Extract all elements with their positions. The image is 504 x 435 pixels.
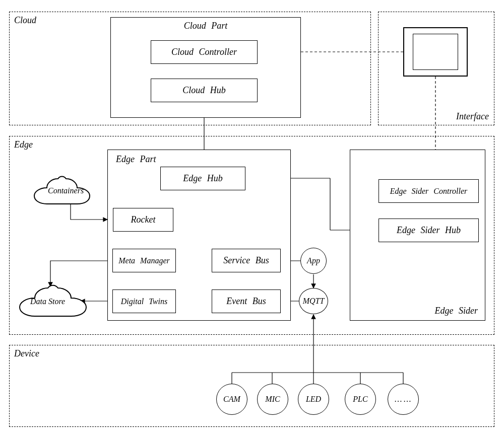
- edge-sider-hub-text: Edge Sider Hub: [397, 225, 461, 236]
- edge-sider-controller-box: Edge Sider Controller: [379, 179, 479, 203]
- edge-hub-text: Edge Hub: [183, 173, 222, 184]
- containers-cloud-label: Containers: [48, 186, 84, 195]
- device-plc-text: PLC: [353, 395, 367, 404]
- cloud-hub-box: Cloud Hub: [151, 79, 258, 102]
- device-led-circle: LED: [298, 384, 329, 415]
- rocket-text: Rocket: [131, 214, 156, 225]
- cloud-part-container: Cloud Part: [110, 17, 301, 118]
- digital-twins-text: Digital Twins: [121, 297, 167, 306]
- meta-manager-box: Meta Manager: [112, 249, 176, 272]
- cloud-part-title: Cloud Part: [111, 21, 300, 31]
- device-led-text: LED: [306, 395, 321, 404]
- device-layer: Device: [9, 345, 494, 427]
- datastore-cloud-label: Data Store: [30, 297, 65, 306]
- device-mic-circle: MIC: [257, 384, 288, 415]
- event-bus-box: Event Bus: [212, 289, 281, 313]
- edge-sider-controller-text: Edge Sider Controller: [390, 187, 468, 196]
- edge-part-title: Edge Part: [116, 154, 156, 165]
- edge-hub-box: Edge Hub: [160, 167, 245, 190]
- device-label: Device: [14, 348, 39, 359]
- device-mic-text: MIC: [265, 395, 280, 404]
- user-icon-inner: [413, 34, 458, 70]
- mqtt-text: MQTT: [303, 297, 325, 306]
- mqtt-circle: MQTT: [299, 288, 328, 314]
- rocket-box: Rocket: [113, 208, 173, 232]
- cloud-controller-text: Cloud Controller: [171, 47, 237, 57]
- meta-manager-text: Meta Manager: [118, 256, 170, 265]
- edge-label: Edge: [14, 139, 33, 150]
- digital-twins-box: Digital Twins: [112, 289, 176, 313]
- device-cam-text: CAM: [223, 395, 240, 404]
- event-bus-text: Event Bus: [226, 296, 266, 307]
- service-bus-text: Service Bus: [223, 255, 269, 266]
- cloud-controller-box: Cloud Controller: [151, 40, 258, 64]
- interface-label: Interface: [456, 111, 489, 122]
- cloud-label: Cloud: [14, 15, 36, 26]
- edge-sider-hub-box: Edge Sider Hub: [379, 219, 479, 242]
- edge-sider-title: Edge Sider: [435, 306, 478, 316]
- device-cam-circle: CAM: [216, 384, 247, 415]
- device-more-text: ……: [394, 395, 412, 404]
- app-circle: App: [300, 248, 327, 274]
- device-more-circle: ……: [388, 384, 419, 415]
- service-bus-box: Service Bus: [212, 249, 281, 272]
- app-text: App: [307, 256, 320, 265]
- cloud-hub-text: Cloud Hub: [182, 85, 226, 96]
- device-plc-circle: PLC: [345, 384, 376, 415]
